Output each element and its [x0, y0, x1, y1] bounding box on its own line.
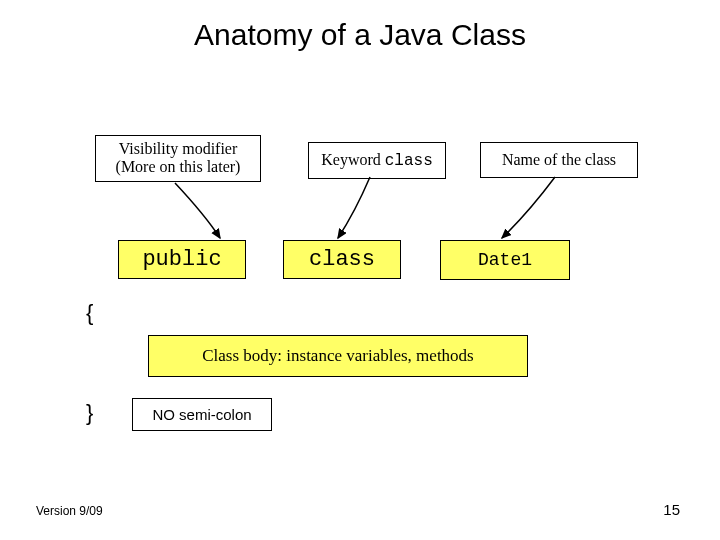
label-no-semicolon: NO semi-colon	[132, 398, 272, 431]
label-keyword-class: Keyword class	[308, 142, 446, 179]
code-close-brace: }	[86, 400, 93, 426]
label-keyword-mono: class	[385, 152, 433, 170]
label-class-body: Class body: instance variables, methods	[148, 335, 528, 377]
label-class-name: Name of the class	[480, 142, 638, 178]
code-class: class	[283, 240, 401, 279]
label-keyword-prefix: Keyword	[321, 151, 385, 168]
label-visibility-line2: (More on this later)	[102, 158, 254, 176]
code-classname: Date1	[440, 240, 570, 280]
label-visibility-line1: Visibility modifier	[102, 140, 254, 158]
code-open-brace: {	[86, 300, 93, 326]
code-public: public	[118, 240, 246, 279]
label-visibility-modifier: Visibility modifier (More on this later)	[95, 135, 261, 182]
footer-page-number: 15	[663, 501, 680, 518]
slide-title: Anatomy of a Java Class	[0, 18, 720, 52]
footer-version: Version 9/09	[36, 504, 103, 518]
